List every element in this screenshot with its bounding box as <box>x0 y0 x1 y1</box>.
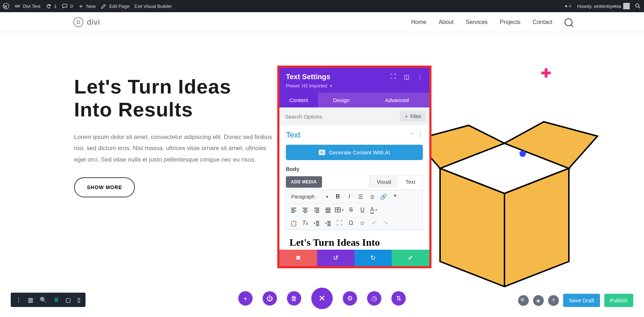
save-draft-button[interactable]: Save Draft <box>563 294 600 307</box>
bullet-list-icon[interactable]: ☰ <box>355 192 366 202</box>
layers-circle-icon[interactable]: ◈ <box>533 295 544 306</box>
bold-icon[interactable]: B <box>332 192 343 202</box>
tab-content[interactable]: Content <box>279 93 318 107</box>
text-color-icon[interactable]: A▼ <box>369 205 379 215</box>
italic-icon[interactable]: I <box>344 192 355 202</box>
box-illustration <box>404 97 605 297</box>
site-logo[interactable]: D divi <box>73 17 100 27</box>
table-icon[interactable]: ▼ <box>334 205 345 215</box>
outdent-icon[interactable] <box>311 218 322 228</box>
admin-edit-page[interactable]: Edit Page <box>101 3 129 9</box>
settings-orb-button[interactable]: ⚙ <box>343 291 357 306</box>
emoji-icon[interactable]: ☺ <box>357 218 368 228</box>
admin-new[interactable]: ＋ New <box>78 3 96 9</box>
group-title[interactable]: Text <box>286 130 300 140</box>
expand-icon[interactable]: ⛶ <box>390 73 396 80</box>
panel-more-icon[interactable]: ⋮ <box>417 73 423 80</box>
add-media-button[interactable]: ADD MEDIA <box>286 176 322 188</box>
search-options-input[interactable] <box>283 112 400 121</box>
editor-mode-tabs: Visual Text <box>369 176 423 188</box>
howdy-text: Howdy, writtenbyekta <box>577 4 621 9</box>
collapse-icon[interactable]: ˄ <box>410 132 413 138</box>
ai-button-label: Generate Content With AI <box>329 149 390 155</box>
special-char-icon[interactable]: Ω <box>346 218 356 228</box>
quote-icon[interactable]: ❝ <box>390 192 400 202</box>
number-list-icon[interactable]: ≣ <box>367 192 377 202</box>
wireframe-icon[interactable]: ▥ <box>28 297 33 303</box>
phone-icon[interactable]: ▯ <box>77 297 80 303</box>
ai-sparkle-icon[interactable]: ✦✧ <box>564 4 572 9</box>
align-center-icon[interactable] <box>300 205 311 215</box>
nav-projects[interactable]: Projects <box>500 19 521 25</box>
nav-contact[interactable]: Contact <box>533 19 552 25</box>
clear-format-icon[interactable]: Tx <box>300 218 311 228</box>
admin-howdy[interactable]: Howdy, writtenbyekta <box>577 3 630 9</box>
fullscreen-icon[interactable]: ⛶ <box>334 218 345 228</box>
svg-point-2 <box>18 5 20 7</box>
nav-services[interactable]: Services <box>466 19 488 25</box>
help-circle-icon[interactable]: ? <box>548 295 559 306</box>
align-justify-icon[interactable] <box>323 205 333 215</box>
nav-search-icon[interactable] <box>565 18 572 26</box>
logo-mark-icon: D <box>73 17 83 27</box>
dock-more-icon[interactable]: ⋮ <box>16 297 21 303</box>
panel-cancel-button[interactable]: ✖ <box>279 250 317 266</box>
filter-button[interactable]: ＋ Filter <box>400 111 426 122</box>
columns-icon[interactable]: ◫ <box>404 73 409 80</box>
undo-icon[interactable]: ↶ <box>369 218 379 228</box>
show-more-button[interactable]: SHOW MORE <box>74 177 135 197</box>
nav-home[interactable]: Home <box>411 19 426 25</box>
tab-design[interactable]: Design <box>318 93 365 107</box>
zoom-icon[interactable]: 🔍 <box>40 297 47 303</box>
panel-undo-button[interactable]: ↺ <box>317 250 355 266</box>
power-orb-button[interactable]: ⏻ <box>263 291 277 306</box>
panel-preset[interactable]: Preset: H2 imported ▼ <box>286 83 423 88</box>
editor-content[interactable]: Let's Turn Ideas Into <box>286 230 423 248</box>
search-circle-icon[interactable]: 🔍 <box>518 295 529 306</box>
text-settings-panel: Text Settings ⛶ ◫ ⋮ Preset: H2 imported … <box>277 66 431 268</box>
text-tab[interactable]: Text <box>398 176 423 188</box>
history-orb-button[interactable]: ◷ <box>367 291 381 306</box>
panel-body: ＋ Filter Text ˄ ⋮ AI Generate Content Wi… <box>279 107 429 248</box>
site-name: Divi Test <box>23 4 40 9</box>
publish-button[interactable]: Publish <box>604 294 633 307</box>
ai-badge-icon: AI <box>319 150 325 155</box>
close-orb-button[interactable]: ✕ <box>311 288 333 309</box>
link-icon[interactable]: 🔗 <box>378 192 389 202</box>
add-orb-button[interactable]: ＋ <box>238 291 253 306</box>
svg-point-1 <box>15 5 17 7</box>
nav-about[interactable]: About <box>439 19 454 25</box>
strikethrough-icon[interactable]: S <box>346 205 356 215</box>
page-title[interactable]: Let's Turn Ideas Into Results <box>74 75 274 121</box>
tab-advanced[interactable]: Advanced <box>365 93 429 107</box>
align-left-icon[interactable] <box>288 205 299 215</box>
format-select[interactable]: Paragraph ▼ <box>288 194 332 200</box>
panel-redo-button[interactable]: ↻ <box>355 250 392 266</box>
panel-title: Text Settings <box>286 73 330 81</box>
admin-updates[interactable]: 1 <box>45 3 57 9</box>
exit-label: Exit Visual Builder <box>135 4 172 9</box>
avatar <box>623 3 630 9</box>
redo-icon[interactable]: ↷ <box>380 218 391 228</box>
format-label: Paragraph <box>291 194 314 200</box>
visual-tab[interactable]: Visual <box>370 176 399 188</box>
admin-comments[interactable]: 0 <box>62 3 73 9</box>
underline-icon[interactable]: U <box>357 205 368 215</box>
panel-accept-button[interactable]: ✔ <box>392 250 429 266</box>
tablet-icon[interactable]: ▢ <box>65 297 71 303</box>
trash-orb-button[interactable]: 🗑 <box>287 291 301 306</box>
body-label: Body <box>286 166 423 172</box>
plus-decor-icon: ✚ <box>541 66 551 80</box>
sort-orb-button[interactable]: ⇅ <box>391 291 406 306</box>
admin-site-link[interactable]: Divi Test <box>14 3 40 9</box>
align-right-icon[interactable] <box>311 205 322 215</box>
site-header: D divi Home About Services Projects Cont… <box>0 12 644 32</box>
desktop-icon[interactable]: 🖥 <box>53 297 59 303</box>
paste-icon[interactable]: 📋 <box>288 218 299 228</box>
admin-exit-vb[interactable]: Exit Visual Builder <box>135 4 172 9</box>
wp-logo-icon[interactable] <box>3 3 9 9</box>
generate-ai-button[interactable]: AI Generate Content With AI <box>286 145 423 160</box>
admin-search-icon[interactable] <box>635 3 641 9</box>
indent-icon[interactable] <box>323 218 333 228</box>
group-more-icon[interactable]: ⋮ <box>418 132 423 138</box>
